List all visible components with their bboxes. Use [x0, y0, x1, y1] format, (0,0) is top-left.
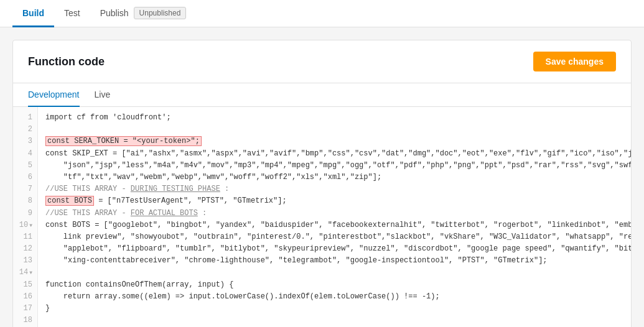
code-line-11: return array.some((elem) => input.toLowe… [45, 291, 623, 303]
code-line-8d: "xing-contenttabreceiver", "chrome-light… [45, 255, 623, 267]
main-content: Function code Save changes Development L… [0, 27, 644, 327]
code-line-9 [45, 267, 623, 279]
code-line-6: const BOTS = ["n7TestUserAgent", "PTST",… [45, 195, 623, 207]
nav-tab-test[interactable]: Test [54, 0, 90, 27]
code-line-10: function containsOneOfThem(array, input)… [45, 279, 623, 291]
code-line-4b: "json","jsp","less","m4a","m4v","mov","m… [45, 160, 623, 172]
code-editor[interactable]: 1 2 3 4 5 6 7 8 9 10 11 12 13 14 15 [13, 107, 631, 327]
code-line-2 [45, 124, 623, 136]
card-title: Function code [28, 55, 105, 68]
bots-test-highlight: const BOTS [45, 196, 94, 206]
code-line-12: } [45, 303, 623, 315]
sera-token-highlight: const SERA_TOKEN = "<your-token>"; [45, 136, 202, 146]
function-code-card: Function code Save changes Development L… [12, 40, 632, 327]
code-line-4c: "tf","txt","wav","webm","webp","wmv","wo… [45, 172, 623, 183]
code-line-5: //USE THIS ARRAY - DURING TESTING PHASE … [45, 183, 623, 195]
code-line-8: const BOTS = ["googlebot", "bingbot", "y… [45, 219, 623, 231]
sub-tab-live[interactable]: Live [95, 83, 111, 107]
card-header: Function code Save changes [13, 40, 631, 83]
unpublished-badge: Unpublished [134, 7, 187, 19]
code-line-7: //USE THIS ARRAY - FOR ACTUAL BOTS : [45, 208, 623, 219]
code-line-3: const SERA_TOKEN = "<your-token>"; [45, 136, 623, 147]
sub-tab-development[interactable]: Development [28, 83, 80, 107]
code-line-13 [45, 315, 623, 326]
line-numbers: 1 2 3 4 5 6 7 8 9 10 11 12 13 14 15 [13, 107, 38, 327]
sub-tabs: Development Live [13, 83, 631, 107]
code-line-1: import cf from 'cloudfront'; [45, 112, 623, 124]
nav-tab-publish[interactable]: Publish Unpublished [90, 0, 197, 27]
top-nav: Build Test Publish Unpublished [0, 0, 644, 27]
code-line-8b: link preview", "showyoubot", "outbrain",… [45, 231, 623, 243]
nav-tab-build[interactable]: Build [12, 0, 54, 27]
code-text[interactable]: import cf from 'cloudfront'; const SERA_… [38, 107, 631, 327]
code-line-8c: "applebot", "flipboard", "tumblr", "bitl… [45, 243, 623, 255]
code-line-4: const SKIP_EXT = ["ai","ashx","asmx","as… [45, 148, 623, 160]
save-changes-button[interactable]: Save changes [533, 52, 616, 71]
